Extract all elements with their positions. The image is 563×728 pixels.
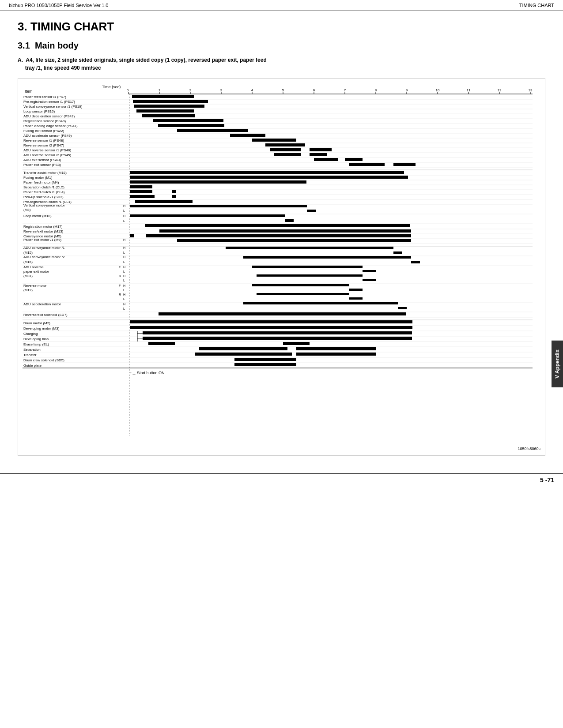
svg-text:4: 4 [251,88,253,92]
svg-rect-62 [252,139,296,142]
svg-text:13: 13 [529,88,533,92]
subsection-title: 3.1 Main body [18,41,545,51]
svg-text:H: H [123,204,125,207]
svg-text:Paper feed motor (M4): Paper feed motor (M4) [23,180,59,184]
svg-text:H: H [123,255,125,259]
svg-rect-97 [130,190,152,193]
svg-text:Drum claw solenoid (SD5): Drum claw solenoid (SD5) [23,358,64,362]
svg-text:L: L [123,219,125,222]
svg-rect-140 [393,251,402,254]
svg-text:Registration sensor (PS40): Registration sensor (PS40) [23,119,66,123]
svg-text:Paper exit motor /1 (M9): Paper exit motor /1 (M9) [23,238,62,242]
svg-text:H: H [123,303,125,306]
svg-text:Paper feed sensor /1 (PS7): Paper feed sensor /1 (PS7) [23,95,66,99]
svg-rect-88 [130,176,408,179]
svg-rect-200 [143,337,412,340]
svg-rect-68 [270,148,301,151]
svg-rect-159 [363,270,376,272]
svg-rect-81 [393,163,416,166]
svg-rect-117 [130,214,285,217]
svg-text:F: F [119,266,121,269]
svg-rect-47 [142,114,195,117]
svg-rect-38 [133,100,208,103]
svg-text:1: 1 [159,88,161,92]
header-left: bizhub PRO 1050/1050P Field Service Ver.… [9,3,108,8]
svg-rect-118 [285,219,294,222]
svg-rect-85 [130,171,404,174]
description: A. A4, life size, 2 single sided origina… [18,56,545,72]
svg-rect-41 [134,105,204,108]
svg-rect-127 [130,234,134,237]
svg-text:Erase lamp (EL): Erase lamp (EL) [23,342,49,346]
svg-text:H: H [123,238,125,241]
svg-text:(M12): (M12) [23,288,33,292]
svg-text:H: H [123,246,125,249]
svg-text:R: R [119,274,121,278]
svg-rect-203 [148,342,175,345]
svg-rect-73 [310,153,327,156]
svg-text:L: L [123,307,125,310]
svg-text:Paper exit sensor (PS3): Paper exit sensor (PS3) [23,163,61,167]
timing-chart: Time (sec) Item 0 1 2 3 4 5 [18,78,545,456]
svg-rect-211 [195,353,292,356]
svg-text:L: L [123,260,125,263]
svg-text:Pre-registration sensor /1 (PS: Pre-registration sensor /1 (PS17) [23,100,75,104]
svg-rect-44 [136,109,194,113]
svg-text:Loop sensor (PS16): Loop sensor (PS16) [23,109,55,113]
svg-text:Drum motor (M2): Drum motor (M2) [23,321,50,325]
svg-rect-50 [153,119,223,122]
top-bar: bizhub PRO 1050/1050P Field Service Ver.… [0,0,563,11]
svg-rect-208 [296,347,376,350]
svg-text:Paper leading edge sensor (PS4: Paper leading edge sensor (PS41) [23,124,78,128]
svg-rect-183 [159,312,406,315]
svg-rect-101 [130,195,155,198]
svg-text:Fusing motor (M1): Fusing motor (M1) [23,176,53,180]
svg-text:Developing motor (M3): Developing motor (M3) [23,326,60,330]
svg-text:Reverse/exit solenoid (SD7): Reverse/exit solenoid (SD7) [23,313,68,317]
svg-text:10: 10 [436,88,440,92]
svg-text:Transfer: Transfer [23,353,37,357]
svg-rect-72 [274,153,301,156]
svg-rect-59 [230,134,265,137]
svg-text:F: F [119,284,121,287]
svg-rect-35 [132,95,194,98]
svg-rect-53 [158,124,224,127]
svg-rect-0 [23,83,533,445]
svg-text:7: 7 [344,88,346,92]
svg-text:Loop motor (M18): Loop motor (M18) [23,214,52,218]
svg-text:H: H [123,274,125,278]
svg-text:L: L [123,251,125,254]
svg-text:Developing bias: Developing bias [23,337,49,341]
svg-rect-204 [283,342,310,345]
svg-text:L: L [123,279,125,282]
svg-text:Reverse sensor /2 (PS47): Reverse sensor /2 (PS47) [23,143,64,147]
svg-rect-172 [349,289,363,291]
svg-text:H: H [123,214,125,218]
svg-rect-80 [349,163,385,166]
timing-chart-svg: Time (sec) Item 0 1 2 3 4 5 [23,83,533,445]
svg-rect-105 [135,200,193,203]
svg-rect-161 [363,279,376,281]
svg-rect-76 [314,158,338,161]
svg-text:H: H [123,293,125,296]
svg-text:Transfer assist motor (M19): Transfer assist motor (M19) [23,171,67,175]
ref-code: 1050fs5060c [23,447,540,451]
svg-text:(M8): (M8) [23,208,31,212]
svg-rect-77 [345,158,363,161]
svg-text:2: 2 [189,88,192,92]
svg-rect-195 [143,331,412,334]
svg-rect-94 [130,185,152,188]
svg-text:ADU acceleration motor: ADU acceleration motor [23,302,61,306]
svg-text:Guide plate: Guide plate [23,364,42,368]
svg-rect-207 [199,347,287,350]
svg-rect-102 [172,195,176,198]
svg-rect-212 [296,353,376,356]
svg-text:L: L [123,289,125,292]
svg-text:(M15): (M15) [23,251,33,255]
svg-text:Separation clutch /1 (CL5): Separation clutch /1 (CL5) [23,185,64,189]
svg-text:Time (sec): Time (sec) [102,85,121,89]
svg-text:ADU reverse: ADU reverse [23,265,44,269]
svg-text:H: H [123,266,125,269]
svg-rect-69 [310,148,332,151]
svg-text:(M31): (M31) [23,274,33,278]
